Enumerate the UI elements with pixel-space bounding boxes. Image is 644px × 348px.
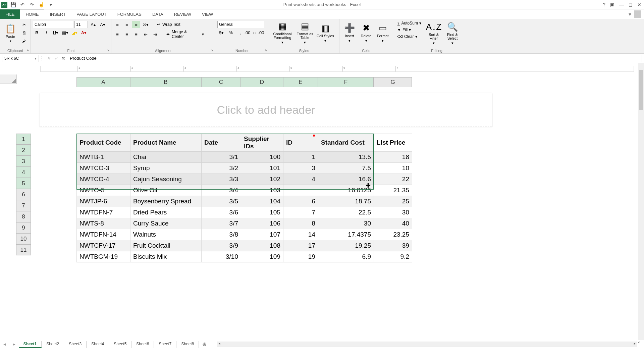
column-header-E[interactable]: E: [283, 77, 318, 87]
table-row[interactable]: NWTO-5Olive Oil3/410316.012521.35: [77, 185, 412, 196]
sheet-tab-sheet2[interactable]: Sheet2: [42, 341, 64, 348]
font-color-button[interactable]: A▾: [80, 29, 88, 36]
sheet-tab-sheet8[interactable]: Sheet8: [176, 341, 199, 348]
format-painter-button[interactable]: 🖌: [20, 37, 28, 44]
table-header-cell[interactable]: Product Code: [77, 134, 130, 152]
data-cell[interactable]: [283, 185, 318, 196]
copy-button[interactable]: ⎘: [20, 29, 28, 36]
qat-customize-icon[interactable]: ▾: [47, 1, 54, 8]
increase-indent-button[interactable]: ⇥: [151, 31, 159, 38]
data-cell[interactable]: Biscuits Mix: [130, 251, 202, 262]
italic-button[interactable]: I: [42, 29, 50, 36]
align-top-button[interactable]: ≡: [113, 21, 121, 28]
table-row[interactable]: NWTDFN-14Walnuts3/81071417.437523.25: [77, 229, 412, 240]
data-cell[interactable]: 3/7: [202, 218, 241, 229]
tab-nav-next[interactable]: ►: [9, 342, 19, 347]
table-row[interactable]: NWTJP-6Boysenberry Spread3/5104618.7525: [77, 196, 412, 207]
row-header-3[interactable]: 3: [16, 156, 31, 167]
align-left-button[interactable]: ≡: [113, 31, 121, 38]
data-cell[interactable]: 10: [374, 163, 412, 174]
data-cell[interactable]: NWTO-5: [77, 185, 130, 196]
data-cell[interactable]: 3/10: [202, 251, 241, 262]
data-cell[interactable]: 7: [283, 207, 318, 218]
data-cell[interactable]: Boysenberry Spread: [130, 196, 202, 207]
sheet-tab-sheet7[interactable]: Sheet7: [154, 341, 176, 348]
data-cell[interactable]: 101: [241, 163, 283, 174]
maximize-icon[interactable]: ◻: [629, 2, 633, 7]
data-cell[interactable]: NWTCO-4: [77, 174, 130, 185]
conditional-formatting-button[interactable]: ▦ Conditional Formatting▾: [271, 19, 294, 46]
table-header-cell[interactable]: Supplier IDs: [241, 134, 283, 152]
ribbon-display-icon[interactable]: ▣: [610, 2, 614, 7]
data-cell[interactable]: Curry Sauce: [130, 218, 202, 229]
font-size-select[interactable]: [74, 21, 88, 28]
data-cell[interactable]: 40: [374, 218, 412, 229]
decrease-font-button[interactable]: A▾: [99, 21, 107, 28]
font-dialog-launcher[interactable]: ⬊: [107, 49, 110, 52]
data-cell[interactable]: 9.2: [374, 251, 412, 262]
tab-nav-prev[interactable]: ◄: [0, 342, 9, 347]
clear-button[interactable]: ⌫Clear▾: [395, 34, 423, 40]
table-header-cell[interactable]: List Price: [374, 134, 412, 152]
tab-home[interactable]: HOME: [20, 9, 44, 19]
delete-cells-button[interactable]: ✖ Delete▾: [358, 19, 374, 46]
sheet-tab-sheet1[interactable]: Sheet1: [19, 341, 42, 348]
save-icon[interactable]: 💾: [9, 1, 17, 8]
data-cell[interactable]: 17.4375: [318, 229, 374, 240]
sheet-tab-sheet5[interactable]: Sheet5: [109, 341, 131, 348]
data-cell[interactable]: 102: [241, 174, 283, 185]
data-cell[interactable]: 105: [241, 207, 283, 218]
number-format-select[interactable]: [217, 21, 264, 28]
data-cell[interactable]: 30: [318, 218, 374, 229]
data-cell[interactable]: 13.5: [318, 152, 374, 163]
help-icon[interactable]: ?: [603, 2, 605, 7]
data-cell[interactable]: 3: [283, 163, 318, 174]
data-cell[interactable]: 3/6: [202, 207, 241, 218]
decrease-decimal-button[interactable]: ←.00: [255, 29, 263, 36]
data-cell[interactable]: NWTS-8: [77, 218, 130, 229]
tab-page-layout[interactable]: PAGE LAYOUT: [71, 9, 112, 19]
data-cell[interactable]: NWTCO-3: [77, 163, 130, 174]
page-header-zone[interactable]: Click to add header: [40, 93, 492, 127]
data-cell[interactable]: NWTCFV-17: [77, 240, 130, 251]
data-cell[interactable]: 25: [374, 196, 412, 207]
data-cell[interactable]: 19: [283, 251, 318, 262]
data-cell[interactable]: 3/2: [202, 163, 241, 174]
align-bottom-button[interactable]: ≡: [132, 21, 140, 28]
align-right-button[interactable]: ≡: [132, 31, 140, 38]
table-row[interactable]: NWTBGM-19Biscuits Mix3/10109196.99.2: [77, 251, 412, 262]
collapse-ribbon-icon[interactable]: ⌃: [637, 341, 641, 346]
data-cell[interactable]: 3/8: [202, 229, 241, 240]
table-header-cell[interactable]: Date: [202, 134, 241, 152]
select-all-corner[interactable]: [0, 74, 17, 84]
table-row[interactable]: NWTCO-3Syrup3/210137.510: [77, 163, 412, 174]
close-icon[interactable]: ✕: [637, 2, 641, 7]
row-header-10[interactable]: 10: [16, 233, 31, 244]
column-header-A[interactable]: A: [76, 77, 130, 87]
tab-insert[interactable]: INSERT: [44, 9, 71, 19]
cell-styles-button[interactable]: ▥ Cell Styles▾: [316, 19, 335, 46]
vertical-scrollbar[interactable]: [638, 63, 644, 340]
table-row[interactable]: NWTCFV-17Fruit Cocktail3/91081719.2539: [77, 240, 412, 251]
data-cell[interactable]: Walnuts: [130, 229, 202, 240]
data-cell[interactable]: 22.5: [318, 207, 374, 218]
accounting-format-button[interactable]: $▾: [217, 29, 225, 36]
add-sheet-button[interactable]: ⊕: [199, 341, 210, 347]
data-cell[interactable]: 16.6: [318, 174, 374, 185]
fx-icon[interactable]: fx: [60, 56, 67, 61]
enter-formula-icon[interactable]: ✓: [52, 56, 60, 61]
font-name-select[interactable]: [33, 21, 73, 28]
data-cell[interactable]: 39: [374, 240, 412, 251]
comma-format-button[interactable]: ,: [236, 29, 244, 36]
data-cell[interactable]: 3/9: [202, 240, 241, 251]
bold-button[interactable]: B: [33, 29, 41, 36]
data-cell[interactable]: 3/3: [202, 174, 241, 185]
autosum-button[interactable]: ∑AutoSum▾: [395, 20, 423, 26]
sheet-tab-sheet6[interactable]: Sheet6: [131, 341, 154, 348]
fill-button[interactable]: ▼Fill▾: [395, 27, 423, 33]
data-cell[interactable]: Olive Oil: [130, 185, 202, 196]
row-headers[interactable]: 1234567891011: [16, 134, 31, 255]
percent-format-button[interactable]: %: [227, 29, 235, 36]
redo-icon[interactable]: ↷: [28, 1, 36, 8]
fill-color-button[interactable]: ◢▾: [70, 29, 78, 36]
